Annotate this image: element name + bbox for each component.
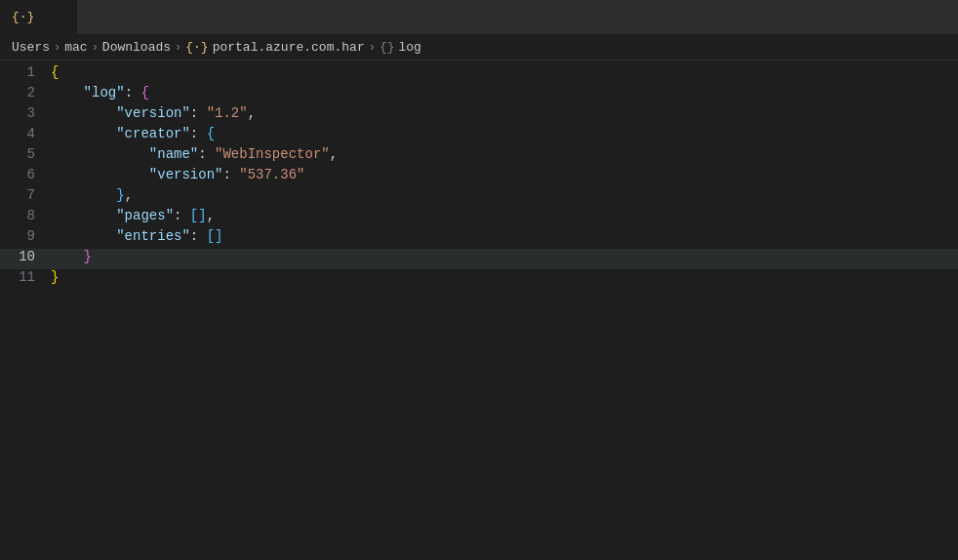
active-tab[interactable]: {·}: [0, 0, 78, 34]
breadcrumb: Users › mac › Downloads › {·} portal.azu…: [0, 35, 958, 60]
line-number-3: 3: [0, 105, 51, 121]
code-line-10: 10 }: [0, 249, 958, 269]
line-number-4: 4: [0, 126, 51, 141]
token: "entries": [116, 228, 190, 244]
line-number-11: 11: [0, 269, 51, 285]
code-line-1: 1{: [0, 64, 958, 85]
code-line-4: 4 "creator": {: [0, 126, 958, 146]
token: "creator": [116, 126, 190, 141]
code-line-8: 8 "pages": [],: [0, 208, 958, 228]
token: ,: [207, 208, 215, 223]
code-line-5: 5 "name": "WebInspector",: [0, 146, 958, 167]
token: :: [222, 167, 239, 182]
token: [51, 146, 149, 162]
token: "version": [116, 105, 190, 121]
token: :: [198, 146, 215, 162]
tab-bar: {·}: [0, 0, 958, 35]
breadcrumb-mac[interactable]: mac: [64, 40, 87, 55]
line-content-9[interactable]: "entries": []: [51, 228, 958, 244]
token: [51, 105, 116, 121]
code-line-3: 3 "version": "1.2",: [0, 105, 958, 126]
line-number-9: 9: [0, 228, 51, 244]
line-content-10[interactable]: }: [51, 249, 958, 264]
code-editor: 1{2 "log": {3 "version": "1.2",4 "creato…: [0, 60, 958, 290]
token: {: [140, 85, 148, 100]
breadcrumb-log[interactable]: log: [399, 40, 421, 55]
line-number-2: 2: [0, 85, 51, 100]
token: [51, 126, 116, 141]
code-line-9: 9 "entries": []: [0, 228, 958, 249]
breadcrumb-json-icon: {}: [379, 40, 395, 55]
code-line-6: 6 "version": "537.36": [0, 167, 958, 187]
breadcrumb-users[interactable]: Users: [12, 40, 50, 55]
line-content-1[interactable]: {: [51, 64, 958, 80]
token: ,: [248, 105, 256, 121]
line-number-7: 7: [0, 187, 51, 203]
breadcrumb-sep-3: ›: [175, 41, 181, 55]
token: "pages": [116, 208, 174, 223]
token: [51, 85, 84, 100]
token: :: [190, 126, 207, 141]
breadcrumb-sep-2: ›: [92, 41, 99, 55]
token: :: [125, 85, 141, 100]
line-content-7[interactable]: },: [51, 187, 958, 203]
token: "537.36": [239, 167, 304, 182]
token: }: [84, 249, 92, 264]
token: [51, 249, 84, 264]
line-number-6: 6: [0, 167, 51, 182]
breadcrumb-downloads[interactable]: Downloads: [102, 40, 171, 55]
breadcrumb-sep-1: ›: [54, 41, 60, 55]
line-content-4[interactable]: "creator": {: [51, 126, 958, 141]
code-line-2: 2 "log": {: [0, 85, 958, 105]
token: {: [207, 126, 215, 141]
token: []: [207, 228, 223, 244]
line-content-2[interactable]: "log": {: [51, 85, 958, 100]
token: "version": [149, 167, 223, 182]
token: :: [174, 208, 190, 223]
token: [51, 187, 116, 203]
tab-close-button[interactable]: [50, 10, 65, 25]
token: "WebInspector": [215, 146, 330, 162]
line-number-1: 1: [0, 64, 51, 80]
tab-file-icon: {·}: [12, 10, 34, 24]
token: {: [51, 64, 59, 80]
line-content-5[interactable]: "name": "WebInspector",: [51, 146, 958, 162]
code-line-7: 7 },: [0, 187, 958, 208]
token: [51, 167, 149, 182]
code-line-11: 11}: [0, 269, 958, 290]
token: }: [51, 269, 59, 285]
line-number-10: 10: [0, 249, 51, 264]
token: "name": [149, 146, 198, 162]
token: :: [190, 228, 207, 244]
token: [51, 208, 116, 223]
line-content-3[interactable]: "version": "1.2",: [51, 105, 958, 121]
line-number-5: 5: [0, 146, 51, 162]
token: :: [190, 105, 207, 121]
line-content-8[interactable]: "pages": [],: [51, 208, 958, 223]
token: ,: [330, 146, 338, 162]
token: "log": [84, 85, 125, 100]
breadcrumb-filename[interactable]: portal.azure.com.har: [213, 40, 365, 55]
line-number-8: 8: [0, 208, 51, 223]
token: ,: [125, 187, 133, 203]
token: }: [116, 187, 124, 203]
line-content-6[interactable]: "version": "537.36": [51, 167, 958, 182]
token: []: [190, 208, 207, 223]
token: [51, 228, 116, 244]
token: "1.2": [207, 105, 248, 121]
breadcrumb-sep-4: ›: [369, 41, 376, 55]
line-content-11[interactable]: }: [51, 269, 958, 285]
breadcrumb-file-icon: {·}: [185, 40, 208, 55]
